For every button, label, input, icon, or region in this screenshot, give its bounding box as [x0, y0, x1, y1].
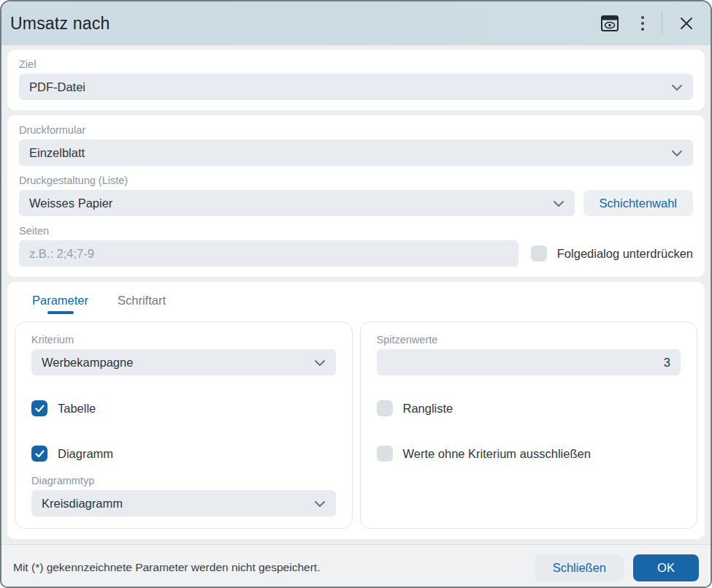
kriterium-label: Kriterium — [31, 334, 336, 345]
chevron-down-icon — [671, 146, 683, 160]
ziel-select[interactable]: PDF-Datei — [19, 74, 693, 100]
parameter-panels: Kriterium Werbekampagne Tabelle — [15, 321, 697, 529]
werte-checkbox[interactable] — [377, 446, 393, 462]
footer-note: Mit (*) gekennzeichnete Parameter werden… — [13, 561, 535, 574]
tab-parameter[interactable]: Parameter — [29, 289, 91, 314]
close-icon[interactable] — [674, 11, 699, 36]
druckformular-select[interactable]: Einzelblatt — [19, 140, 693, 166]
chevron-down-icon — [314, 497, 326, 511]
ok-button[interactable]: OK — [633, 554, 699, 581]
tabelle-checkbox-row[interactable]: Tabelle — [31, 400, 336, 416]
diagramm-checkbox-label: Diagramm — [58, 447, 113, 461]
print-options-card: Druckformular Einzelblatt Druckgestaltun… — [7, 115, 705, 277]
export-dialog: Umsatz nach Ziel PDF-Datei — [0, 0, 712, 588]
werte-checkbox-row[interactable]: Werte ohne Kriterium ausschließen — [377, 446, 681, 462]
tab-bar: Parameter Schriftart — [7, 289, 705, 314]
parameter-card: Parameter Schriftart Kriterium Werbekamp… — [7, 282, 705, 539]
diagramm-checkbox-row[interactable]: Diagramm — [31, 446, 336, 462]
folgedialog-checkbox-row[interactable]: Folgedialog unterdrücken — [531, 245, 693, 261]
criteria-panel: Kriterium Werbekampagne Tabelle — [15, 321, 353, 529]
diagramm-checkbox[interactable] — [31, 446, 47, 462]
title-bar: Umsatz nach — [1, 1, 711, 45]
druckgestaltung-select-value: Weisses Papier — [29, 196, 553, 210]
rangliste-checkbox-row[interactable]: Rangliste — [377, 400, 681, 416]
druckformular-select-value: Einzelblatt — [29, 146, 671, 160]
diagrammtyp-label: Diagrammtyp — [31, 475, 336, 486]
chevron-down-icon — [553, 196, 564, 210]
menu-kebab-icon[interactable] — [634, 11, 651, 36]
folgedialog-checkbox-label: Folgedialog unterdrücken — [557, 247, 693, 261]
spitzenwerte-label: Spitzenwerte — [377, 334, 681, 345]
druckformular-label: Druckformular — [19, 124, 693, 136]
tab-schriftart[interactable]: Schriftart — [115, 289, 169, 314]
chevron-down-icon — [314, 356, 326, 370]
target-card: Ziel PDF-Datei — [7, 50, 705, 110]
preview-icon[interactable] — [597, 11, 622, 36]
druckgestaltung-select[interactable]: Weisses Papier — [19, 190, 575, 216]
diagrammtyp-select[interactable]: Kreisdiagramm — [31, 490, 336, 516]
rangliste-checkbox-label: Rangliste — [403, 402, 453, 416]
kriterium-select[interactable]: Werbekampagne — [31, 349, 336, 375]
seiten-input[interactable] — [19, 240, 518, 267]
ziel-label: Ziel — [19, 58, 693, 70]
footer-bar: Mit (*) gekennzeichnete Parameter werden… — [1, 544, 711, 588]
schliessen-button[interactable]: Schließen — [535, 554, 624, 581]
chevron-down-icon — [671, 80, 683, 94]
folgedialog-checkbox[interactable] — [531, 245, 547, 261]
diagrammtyp-select-value: Kreisdiagramm — [42, 497, 314, 511]
dialog-title: Umsatz nach — [10, 14, 110, 34]
ziel-select-value: PDF-Datei — [29, 80, 671, 94]
werte-checkbox-label: Werte ohne Kriterium ausschließen — [403, 447, 591, 461]
tabelle-checkbox[interactable] — [31, 400, 47, 416]
dialog-content: Ziel PDF-Datei Druckformular Einzelblatt… — [1, 45, 711, 544]
tabelle-checkbox-label: Tabelle — [58, 402, 96, 416]
schichtenwahl-button[interactable]: Schichtenwahl — [583, 190, 693, 216]
titlebar-divider — [662, 12, 662, 34]
rangliste-checkbox[interactable] — [377, 400, 393, 416]
kriterium-select-value: Werbekampagne — [42, 356, 314, 370]
seiten-label: Seiten — [19, 225, 693, 237]
druckgestaltung-label: Druckgestaltung (Liste) — [19, 175, 693, 186]
values-panel: Spitzenwerte Rangliste Werte ohne Kriter… — [360, 321, 698, 529]
spitzenwerte-input[interactable] — [377, 349, 681, 375]
